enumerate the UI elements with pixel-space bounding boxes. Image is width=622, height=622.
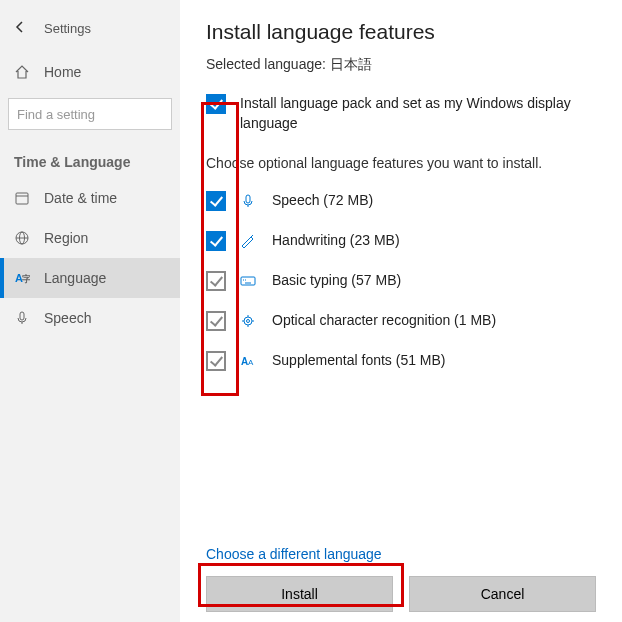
search-input[interactable] bbox=[8, 98, 172, 130]
sidebar-item-region[interactable]: Region bbox=[0, 218, 180, 258]
sidebar-item-label: Date & time bbox=[44, 190, 117, 206]
annotation-box bbox=[198, 563, 404, 607]
microphone-icon bbox=[240, 193, 258, 209]
sidebar-item-label: Region bbox=[44, 230, 88, 246]
feature-label: Install language pack and set as my Wind… bbox=[240, 94, 596, 133]
handwriting-icon bbox=[240, 233, 258, 249]
sidebar-item-language[interactable]: A字 Language bbox=[0, 258, 180, 298]
home-nav[interactable]: Home bbox=[0, 54, 180, 90]
feature-label: Basic typing (57 MB) bbox=[272, 271, 401, 291]
svg-point-13 bbox=[244, 317, 252, 325]
feature-label: Handwriting (23 MB) bbox=[272, 231, 400, 251]
feature-label: Speech (72 MB) bbox=[272, 191, 373, 211]
svg-rect-7 bbox=[20, 312, 24, 320]
subtitle: Selected language: 日本語 bbox=[206, 56, 596, 74]
settings-title: Settings bbox=[44, 21, 91, 36]
svg-rect-0 bbox=[16, 193, 28, 204]
annotation-box bbox=[201, 102, 239, 396]
fonts-icon: AA bbox=[240, 353, 258, 369]
back-arrow-icon bbox=[12, 19, 28, 38]
choose-different-language-link[interactable]: Choose a different language bbox=[206, 526, 596, 562]
page-title: Install language features bbox=[206, 20, 596, 44]
home-label: Home bbox=[44, 64, 81, 80]
svg-text:A: A bbox=[248, 358, 254, 367]
feature-label: Supplemental fonts (51 MB) bbox=[272, 351, 446, 371]
svg-text:字: 字 bbox=[22, 274, 30, 284]
sidebar: Settings Home Time & Language Date & tim… bbox=[0, 0, 180, 622]
svg-rect-9 bbox=[241, 277, 255, 285]
sidebar-item-speech[interactable]: Speech bbox=[0, 298, 180, 338]
globe-icon bbox=[14, 230, 30, 246]
feature-label: Optical character recognition (1 MB) bbox=[272, 311, 496, 331]
home-icon bbox=[14, 64, 30, 80]
sidebar-item-label: Language bbox=[44, 270, 106, 286]
instructions-text: Choose optional language features you wa… bbox=[206, 155, 596, 171]
back-header[interactable]: Settings bbox=[0, 10, 180, 46]
keyboard-icon bbox=[240, 273, 258, 289]
svg-rect-8 bbox=[246, 195, 250, 203]
sidebar-item-date-time[interactable]: Date & time bbox=[0, 178, 180, 218]
category-heading: Time & Language bbox=[0, 138, 180, 178]
language-a-icon: A字 bbox=[14, 270, 30, 286]
calendar-clock-icon bbox=[14, 190, 30, 206]
ocr-icon bbox=[240, 313, 258, 329]
cancel-button[interactable]: Cancel bbox=[409, 576, 596, 612]
svg-point-14 bbox=[247, 320, 250, 323]
microphone-icon bbox=[14, 310, 30, 326]
sidebar-item-label: Speech bbox=[44, 310, 91, 326]
main-panel: Install language features Selected langu… bbox=[180, 0, 622, 622]
selected-language: 日本語 bbox=[330, 56, 372, 72]
